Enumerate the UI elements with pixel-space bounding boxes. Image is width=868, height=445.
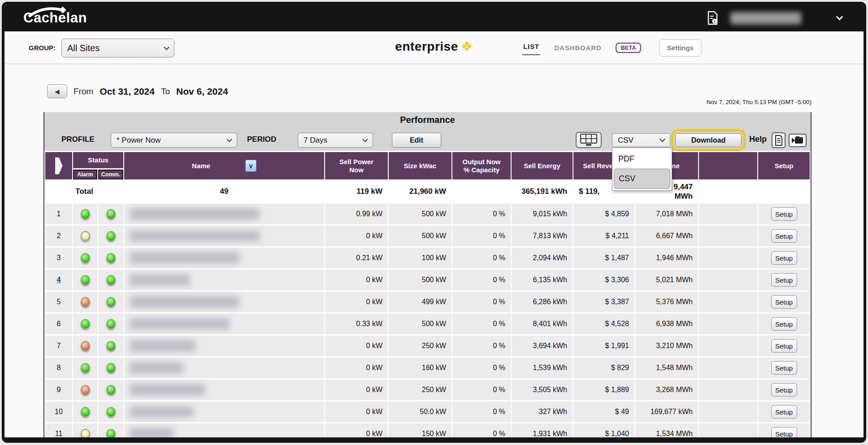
setup-button[interactable]: Setup — [771, 405, 797, 419]
group-select[interactable]: All Sites — [61, 39, 174, 57]
chevron-down-icon[interactable] — [836, 13, 843, 20]
sell-revenue-value: $ 1,487 — [573, 248, 634, 268]
setup-button[interactable]: Setup — [771, 339, 797, 353]
edit-button[interactable]: Edit — [392, 133, 441, 148]
size-kwac-value: 500 kW — [389, 204, 451, 224]
comm-led — [106, 319, 116, 329]
chevron-down-icon — [362, 136, 368, 142]
lifetime-value: 3,268 MWh — [635, 380, 698, 400]
dropdown-option-pdf[interactable]: PDF — [614, 149, 670, 169]
sell-energy-header: Sell Energy — [512, 152, 573, 179]
cachelan-logo: Cachelan — [23, 10, 87, 26]
setup-button[interactable]: Setup — [771, 229, 797, 243]
empty-cell — [699, 401, 757, 422]
to-label: To — [161, 87, 170, 96]
setup-button[interactable]: Setup — [771, 427, 797, 441]
previous-period-button[interactable]: ◀ — [47, 84, 67, 98]
account-area[interactable]: i — [707, 4, 842, 31]
performance-table: Status Name ∨ Sell Power Now Size kWac O… — [44, 151, 811, 443]
sell-power-now-value: 0 kW — [325, 423, 388, 443]
to-date[interactable]: Nov 6, 2024 — [176, 86, 228, 97]
sell-revenue-value: $ 829 — [573, 358, 634, 378]
alarm-led — [81, 275, 90, 285]
table-row: 7 0 kW 250 kW 0 % 3,694 kWh $ 1,991 3,21… — [45, 336, 810, 356]
alarm-status-cell — [73, 401, 97, 422]
setup-button[interactable]: Setup — [771, 361, 797, 375]
alarm-led — [81, 231, 90, 241]
setup-button[interactable]: Setup — [771, 317, 797, 331]
sell-energy-value: 6,135 kWh — [512, 270, 573, 290]
lifetime-value: 1,534 MWh — [635, 423, 698, 443]
site-name-blurred — [124, 358, 324, 378]
tab-dashboard[interactable]: DASHBOARD — [555, 44, 602, 52]
document-icon — [775, 135, 783, 146]
alarm-led — [81, 297, 90, 307]
help-document-button[interactable] — [772, 132, 786, 148]
alarm-led — [81, 209, 90, 219]
sell-power-now-value: 0 kW — [325, 380, 388, 400]
sell-power-now-value: 0.21 kW — [325, 248, 388, 268]
row-number: 11 — [45, 423, 72, 443]
row-number[interactable]: 4 — [45, 270, 72, 290]
setup-button[interactable]: Setup — [771, 295, 797, 309]
sell-revenue-value: $ 3,387 — [573, 292, 634, 312]
output-now-value: 0 % — [452, 314, 511, 334]
site-name-blurred — [124, 270, 324, 290]
alarm-status-cell — [73, 423, 97, 443]
setup-button[interactable]: Setup — [771, 207, 797, 221]
settings-button[interactable]: Settings — [659, 39, 702, 57]
size-kwac-value: 150 kW — [389, 423, 451, 443]
size-kwac-value: 160 kW — [389, 358, 451, 378]
table-view-button[interactable] — [576, 132, 602, 148]
empty-cell — [699, 204, 757, 224]
download-button[interactable]: Download — [675, 133, 742, 147]
setup-button[interactable]: Setup — [771, 383, 797, 397]
empty-cell — [699, 358, 757, 378]
expand-column-header[interactable] — [45, 152, 72, 179]
size-kwac-header: Size kWac — [389, 152, 451, 179]
setup-button[interactable]: Setup — [771, 251, 797, 265]
output-now-value: 0 % — [452, 248, 511, 268]
sell-power-now-value: 0.33 kW — [325, 314, 388, 334]
download-highlight-ring: Download — [671, 129, 746, 151]
setup-cell: Setup — [758, 292, 810, 312]
performance-panel: Performance PROFILE * Power Now PERIOD 7… — [43, 112, 812, 443]
nav-tabs: LIST DASHBOARD BETA Settings — [522, 31, 702, 64]
empty-cell — [699, 248, 757, 268]
output-now-value: 0 % — [452, 204, 511, 224]
empty-cell — [699, 314, 757, 334]
setup-cell: Setup — [758, 270, 810, 290]
sort-dropdown-icon[interactable]: ∨ — [245, 160, 256, 172]
comm-status-cell — [98, 380, 123, 400]
lifetime-value: 169,677 kWh — [635, 401, 698, 422]
help-label: Help — [749, 135, 767, 144]
output-now-header: Output Now % Capacity — [452, 152, 511, 179]
lifetime-value: 1,946 MWh — [635, 248, 698, 268]
setup-cell: Setup — [758, 380, 810, 400]
tab-list[interactable]: LIST — [522, 41, 540, 55]
site-name-blurred — [124, 336, 324, 356]
sell-power-now-value: 0 kW — [325, 226, 388, 246]
table-row: 1 0.99 kW 500 kW 0 % 9,015 kWh $ 4,859 7… — [45, 204, 810, 224]
right-arrow-icon — [55, 157, 63, 175]
dropdown-option-csv[interactable]: CSV — [614, 169, 670, 189]
from-date[interactable]: Oct 31, 2024 — [100, 86, 155, 97]
setup-button[interactable]: Setup — [771, 273, 797, 287]
empty-cell — [699, 423, 757, 443]
sell-power-now-value: 0 kW — [325, 401, 388, 422]
download-format-select[interactable]: CSV — [612, 133, 670, 147]
panel-title: Performance — [44, 112, 811, 125]
name-header: Name ∨ — [124, 152, 324, 179]
alarm-status-cell — [73, 204, 97, 224]
period-label: PERIOD — [247, 135, 276, 144]
size-kwac-value: 500 kW — [389, 314, 451, 334]
comm-led — [106, 253, 116, 263]
comm-led — [106, 231, 116, 241]
alarm-status-cell — [73, 358, 97, 378]
empty-cell — [699, 380, 757, 400]
period-select[interactable]: 7 Days — [298, 133, 373, 148]
help-video-button[interactable] — [789, 134, 807, 147]
profile-select[interactable]: * Power Now — [111, 133, 237, 148]
row-number: 3 — [45, 248, 72, 268]
chevron-down-icon — [226, 136, 232, 142]
